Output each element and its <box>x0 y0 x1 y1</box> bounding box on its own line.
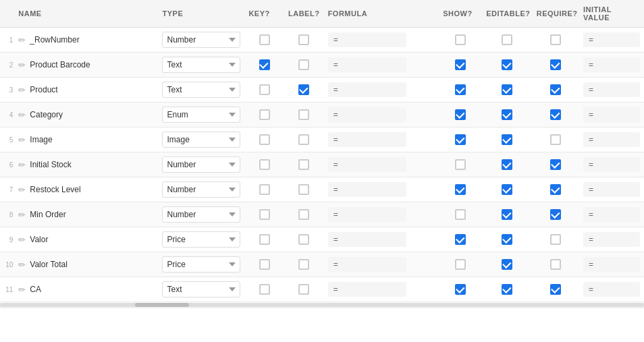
type-select[interactable]: NumberTextEnumImagePriceDateBoolean <box>162 32 240 48</box>
key-checkbox[interactable] <box>259 284 270 295</box>
require-checkbox[interactable] <box>550 109 561 120</box>
initial-value-cell[interactable]: = <box>579 227 644 252</box>
initial-value-cell[interactable]: = <box>579 28 644 53</box>
initial-value[interactable]: = <box>583 207 640 222</box>
type-select[interactable]: NumberTextEnumImagePriceDateBoolean <box>162 57 240 73</box>
formula-cell[interactable]: = <box>324 78 410 103</box>
label-checkbox[interactable] <box>298 84 309 95</box>
initial-value-cell[interactable]: = <box>579 277 644 302</box>
edit-icon[interactable]: ✏ <box>18 185 26 195</box>
formula-cell[interactable]: = <box>324 177 410 202</box>
label-checkbox[interactable] <box>298 109 309 120</box>
editable-checkbox[interactable] <box>502 84 512 95</box>
show-checkbox[interactable] <box>455 109 466 120</box>
show-checkbox[interactable] <box>455 34 466 45</box>
field-type-cell[interactable]: NumberTextEnumImagePriceDateBoolean <box>158 202 244 227</box>
initial-value-cell[interactable]: = <box>579 103 644 127</box>
initial-value[interactable]: = <box>583 82 640 97</box>
formula-cell[interactable]: = <box>324 103 410 127</box>
type-select[interactable]: NumberTextEnumImagePriceDateBoolean <box>162 82 240 98</box>
edit-icon[interactable]: ✏ <box>18 285 26 295</box>
initial-value[interactable]: = <box>583 32 640 47</box>
type-select[interactable]: NumberTextEnumImagePriceDateBoolean <box>162 231 240 248</box>
require-checkbox[interactable] <box>550 134 561 145</box>
editable-checkbox[interactable] <box>502 109 512 120</box>
initial-value-cell[interactable]: = <box>579 152 644 177</box>
key-checkbox[interactable] <box>259 159 270 170</box>
type-select[interactable]: NumberTextEnumImagePriceDateBoolean <box>162 256 240 273</box>
editable-checkbox[interactable] <box>502 234 512 245</box>
label-checkbox[interactable] <box>298 284 309 295</box>
formula-cell[interactable]: = <box>324 202 410 227</box>
require-checkbox[interactable] <box>550 284 561 295</box>
initial-value[interactable]: = <box>583 257 640 272</box>
initial-value-cell[interactable]: = <box>579 53 644 78</box>
edit-icon[interactable]: ✏ <box>18 35 26 45</box>
edit-icon[interactable]: ✏ <box>18 260 26 270</box>
type-select[interactable]: NumberTextEnumImagePriceDateBoolean <box>162 206 240 223</box>
label-checkbox[interactable] <box>298 134 309 145</box>
show-checkbox[interactable] <box>455 234 466 245</box>
show-checkbox[interactable] <box>455 284 466 295</box>
editable-checkbox[interactable] <box>502 284 512 295</box>
formula-value[interactable]: = <box>328 207 406 222</box>
label-checkbox[interactable] <box>298 159 309 170</box>
editable-checkbox[interactable] <box>502 209 512 220</box>
initial-value[interactable]: = <box>583 282 640 297</box>
edit-icon[interactable]: ✏ <box>18 210 26 220</box>
formula-value[interactable]: = <box>328 57 406 72</box>
field-type-cell[interactable]: NumberTextEnumImagePriceDateBoolean <box>158 252 244 277</box>
field-type-cell[interactable]: NumberTextEnumImagePriceDateBoolean <box>158 177 244 202</box>
show-checkbox[interactable] <box>455 59 466 70</box>
formula-cell[interactable]: = <box>324 152 410 177</box>
formula-cell[interactable]: = <box>324 53 410 78</box>
initial-value-cell[interactable]: = <box>579 252 644 277</box>
formula-cell[interactable]: = <box>324 277 410 302</box>
key-checkbox[interactable] <box>259 209 270 220</box>
require-checkbox[interactable] <box>550 59 561 70</box>
field-type-cell[interactable]: NumberTextEnumImagePriceDateBoolean <box>158 78 244 103</box>
formula-value[interactable]: = <box>328 282 406 297</box>
edit-icon[interactable]: ✏ <box>18 135 26 145</box>
formula-cell[interactable]: = <box>324 227 410 252</box>
formula-value[interactable]: = <box>328 107 406 122</box>
editable-checkbox[interactable] <box>502 134 512 145</box>
type-select[interactable]: NumberTextEnumImagePriceDateBoolean <box>162 156 240 173</box>
label-checkbox[interactable] <box>298 184 309 195</box>
require-checkbox[interactable] <box>550 34 561 45</box>
require-checkbox[interactable] <box>550 184 561 195</box>
label-checkbox[interactable] <box>298 209 309 220</box>
editable-checkbox[interactable] <box>502 259 512 270</box>
initial-value-cell[interactable]: = <box>579 177 644 202</box>
initial-value[interactable]: = <box>583 107 640 122</box>
require-checkbox[interactable] <box>550 234 561 245</box>
horizontal-scrollbar[interactable] <box>0 303 644 308</box>
formula-value[interactable]: = <box>328 32 406 47</box>
type-select[interactable]: NumberTextEnumImagePriceDateBoolean <box>162 281 240 297</box>
key-checkbox[interactable] <box>259 109 270 120</box>
require-checkbox[interactable] <box>550 259 561 270</box>
initial-value[interactable]: = <box>583 157 640 172</box>
initial-value-cell[interactable]: = <box>579 202 644 227</box>
field-type-cell[interactable]: NumberTextEnumImagePriceDateBoolean <box>158 28 244 53</box>
field-type-cell[interactable]: NumberTextEnumImagePriceDateBoolean <box>158 127 244 152</box>
key-checkbox[interactable] <box>259 234 270 245</box>
formula-cell[interactable]: = <box>324 28 410 53</box>
field-type-cell[interactable]: NumberTextEnumImagePriceDateBoolean <box>158 53 244 78</box>
require-checkbox[interactable] <box>550 159 561 170</box>
formula-value[interactable]: = <box>328 132 406 147</box>
label-checkbox[interactable] <box>298 259 309 270</box>
key-checkbox[interactable] <box>259 259 270 270</box>
initial-value-cell[interactable]: = <box>579 127 644 152</box>
formula-value[interactable]: = <box>328 82 406 97</box>
key-checkbox[interactable] <box>259 34 270 45</box>
show-checkbox[interactable] <box>455 159 466 170</box>
editable-checkbox[interactable] <box>502 159 512 170</box>
field-type-cell[interactable]: NumberTextEnumImagePriceDateBoolean <box>158 277 244 302</box>
label-checkbox[interactable] <box>298 34 309 45</box>
formula-value[interactable]: = <box>328 157 406 172</box>
formula-value[interactable]: = <box>328 232 406 247</box>
require-checkbox[interactable] <box>550 84 561 95</box>
key-checkbox[interactable] <box>259 184 270 195</box>
initial-value[interactable]: = <box>583 57 640 72</box>
